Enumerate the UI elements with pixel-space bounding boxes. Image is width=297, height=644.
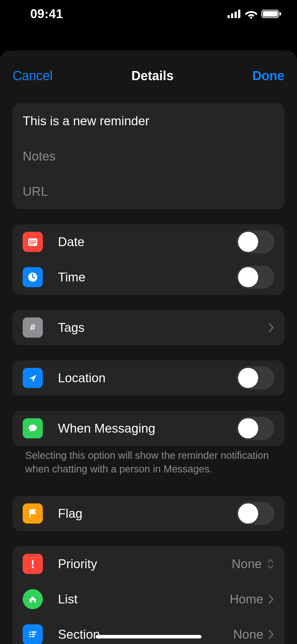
section-row[interactable]: Section None	[13, 617, 284, 644]
messaging-toggle[interactable]	[237, 417, 274, 440]
svg-rect-22	[31, 636, 35, 637]
priority-label: Priority	[58, 557, 232, 571]
clock-icon	[23, 267, 43, 287]
svg-rect-3	[238, 10, 240, 18]
location-toggle[interactable]	[237, 366, 274, 390]
nav-title: Details	[131, 68, 174, 83]
time-label: Time	[58, 270, 237, 284]
hash-icon: #	[23, 317, 43, 338]
url-input[interactable]	[23, 184, 274, 199]
title-row[interactable]	[13, 103, 284, 139]
svg-rect-10	[29, 242, 36, 243]
meta-group: Priority None List Home	[13, 546, 284, 644]
battery-icon	[261, 9, 282, 19]
list-bullet-icon	[23, 624, 43, 644]
svg-point-19	[29, 634, 31, 635]
svg-rect-15	[32, 560, 34, 565]
home-icon	[23, 589, 43, 609]
list-value: Home	[230, 592, 263, 606]
message-icon	[23, 418, 43, 438]
svg-rect-7	[280, 12, 281, 15]
cancel-button[interactable]: Cancel	[13, 68, 53, 83]
notes-row[interactable]	[13, 139, 284, 174]
time-toggle[interactable]	[237, 266, 274, 289]
priority-row[interactable]: Priority None	[13, 546, 284, 582]
list-label: List	[58, 592, 230, 606]
status-time: 09:41	[30, 7, 63, 21]
svg-rect-1	[231, 13, 233, 18]
flag-toggle[interactable]	[237, 502, 274, 525]
messaging-row[interactable]: When Messaging	[13, 411, 284, 446]
url-row[interactable]	[13, 174, 284, 209]
svg-rect-6	[263, 11, 278, 17]
content-scroll[interactable]: Date Time # Tags	[0, 86, 297, 644]
chevron-right-icon	[268, 323, 274, 333]
messaging-label: When Messaging	[58, 421, 237, 436]
svg-rect-0	[227, 15, 230, 18]
location-label: Location	[58, 371, 237, 385]
svg-rect-18	[31, 631, 37, 633]
notes-input[interactable]	[23, 149, 274, 164]
calendar-icon	[23, 232, 43, 252]
svg-point-14	[29, 425, 37, 431]
nav-bar: Cancel Details Done	[0, 66, 297, 86]
list-row[interactable]: List Home	[13, 582, 284, 617]
svg-rect-11	[29, 244, 34, 244]
flag-label: Flag	[58, 506, 237, 521]
location-arrow-icon	[23, 368, 43, 388]
date-row[interactable]: Date	[13, 224, 284, 260]
chevron-right-icon	[268, 594, 274, 604]
section-label: Section	[58, 627, 233, 642]
updown-icon	[267, 559, 274, 569]
location-group: Location	[13, 360, 284, 396]
priority-value: None	[232, 557, 262, 571]
svg-rect-2	[235, 12, 237, 18]
date-label: Date	[58, 235, 237, 249]
flag-group: Flag	[13, 496, 284, 531]
tags-row[interactable]: # Tags	[13, 310, 284, 345]
svg-point-21	[29, 636, 31, 637]
exclamation-icon	[23, 554, 43, 574]
location-row[interactable]: Location	[13, 360, 284, 396]
svg-point-4	[250, 17, 252, 19]
tags-group: # Tags	[13, 310, 284, 345]
datetime-group: Date Time	[13, 224, 284, 295]
svg-rect-20	[31, 634, 36, 635]
status-bar: 09:41	[0, 0, 297, 28]
svg-rect-9	[29, 241, 36, 241]
svg-text:#: #	[30, 322, 35, 332]
svg-point-16	[32, 566, 34, 568]
svg-point-17	[29, 631, 31, 633]
home-indicator[interactable]	[96, 635, 202, 638]
cellular-icon	[227, 10, 241, 18]
text-fields-group	[13, 103, 284, 209]
wifi-icon	[245, 9, 258, 19]
section-value: None	[233, 627, 263, 642]
chevron-right-icon	[268, 629, 274, 639]
date-toggle[interactable]	[237, 230, 274, 253]
details-sheet: Cancel Details Done Date	[0, 50, 297, 644]
done-button[interactable]: Done	[252, 68, 284, 83]
messaging-footnote: Selecting this option will show the remi…	[13, 448, 284, 476]
tags-label: Tags	[58, 320, 268, 335]
flag-row[interactable]: Flag	[13, 496, 284, 531]
status-icons	[227, 9, 282, 19]
messaging-group: When Messaging	[13, 411, 284, 446]
flag-icon	[23, 503, 43, 524]
title-input[interactable]	[23, 114, 274, 128]
time-row[interactable]: Time	[13, 260, 284, 295]
